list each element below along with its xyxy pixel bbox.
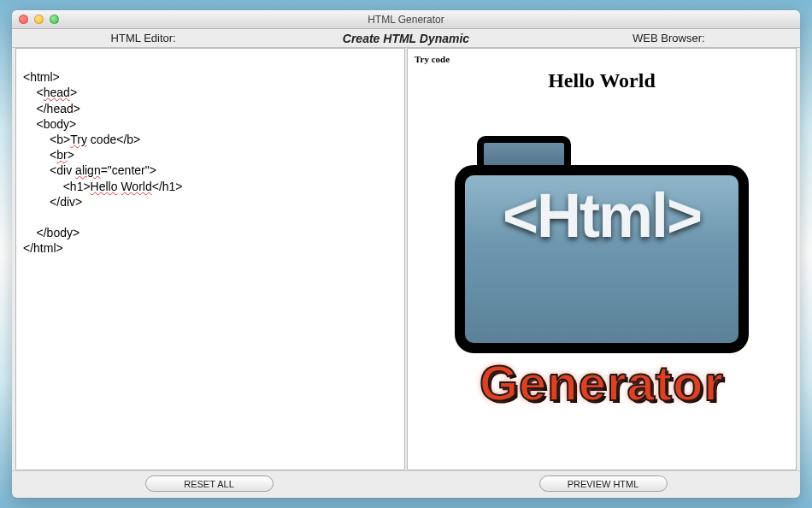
editor-line: <div [23,163,75,177]
editor-spell: head [44,86,70,99]
editor-line [23,210,26,224]
button-cell-left: RESET ALL [12,471,406,496]
editor-spell: World [121,180,151,193]
editor-line: > [70,86,77,99]
editor-line: < [23,86,44,99]
center-section-label: Create HTML Dynamic [274,29,537,47]
preview-html-button[interactable]: PREVIEW HTML [539,476,668,492]
editor-spell: Try [70,133,87,146]
logo-generator-text: Generator [439,354,764,411]
editor-line: <h1> [23,180,91,193]
editor-line: </head> [23,102,80,115]
button-cell-right: PREVIEW HTML [406,471,800,496]
browser-section-label: WEB Browser: [538,29,800,47]
content-row: <html> <head> </head> <body> <b>Try code… [12,48,800,470]
preview-logo: <Html> Generator [415,114,789,405]
editor-line: < [23,148,56,162]
titlebar[interactable]: HTML Generator [12,10,800,29]
editor-section-label: HTML Editor: [12,29,274,47]
preview-heading: Hello World [415,69,789,92]
editor-line: code</b> [87,133,140,146]
editor-line: ="center"> [101,163,156,177]
editor-line: </div> [23,195,82,209]
editor-spell: br [56,148,67,162]
preview-content: Try code Hello World <Html> Generator [408,49,796,410]
editor-spell: align [75,163,101,177]
editor-line: </body> [23,226,79,239]
editor-spell: Hello [91,180,118,193]
folder-icon: <Html> Generator [439,114,764,405]
editor-pane: <html> <head> </head> <body> <b>Try code… [15,48,405,470]
browser-pane: Try code Hello World <Html> Generator [407,48,797,470]
editor-line: <b> [23,133,70,146]
html-editor[interactable]: <html> <head> </head> <body> <b>Try code… [16,49,404,470]
editor-line: </html> [23,241,63,255]
editor-line: > [68,148,74,162]
editor-line: <html> [23,70,60,84]
editor-line: </h1> [152,180,183,193]
app-window: HTML Generator HTML Editor: Create HTML … [12,10,800,498]
editor-line [23,55,26,68]
button-row: RESET ALL PREVIEW HTML [12,470,800,496]
reset-all-button[interactable]: RESET ALL [145,476,274,492]
window-title: HTML Generator [12,14,800,26]
logo-html-text: <Html> [439,180,764,251]
preview-bold-text: Try code [415,54,789,64]
editor-line: <body> [23,117,76,131]
section-header-row: HTML Editor: Create HTML Dynamic WEB Bro… [12,29,800,48]
